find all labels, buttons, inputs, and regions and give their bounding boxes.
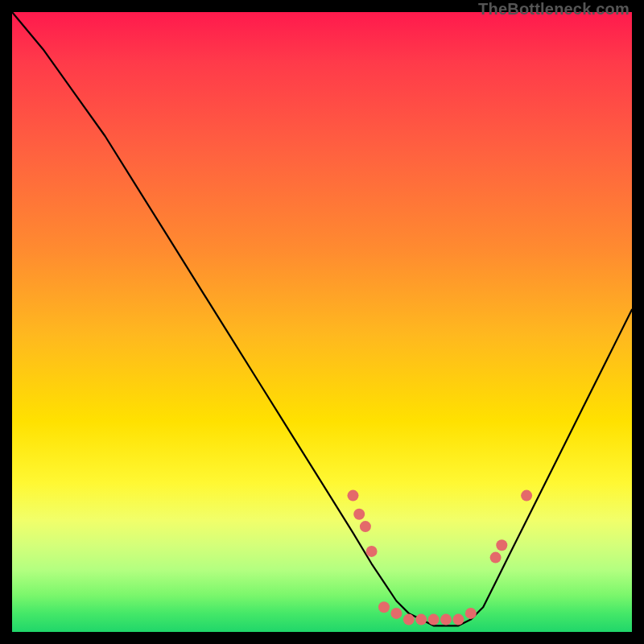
curve-marker bbox=[353, 509, 365, 520]
curve-marker bbox=[378, 601, 390, 613]
curve-layer bbox=[12, 12, 632, 632]
watermark-text: TheBottleneck.com bbox=[478, 0, 630, 19]
curve-marker bbox=[490, 552, 502, 564]
curve-marker bbox=[452, 614, 464, 625]
curve-marker bbox=[348, 490, 359, 502]
chart-stage: TheBottleneck.com bbox=[0, 0, 644, 644]
bottleneck-curve bbox=[12, 12, 632, 625]
curve-marker bbox=[390, 608, 402, 619]
curve-marker bbox=[465, 608, 477, 619]
curve-marker bbox=[360, 521, 371, 532]
curve-marker bbox=[496, 539, 507, 551]
curve-marker bbox=[521, 490, 532, 502]
curve-marker bbox=[415, 614, 427, 625]
curve-markers bbox=[348, 490, 533, 625]
curve-marker bbox=[440, 614, 452, 625]
plot-area bbox=[12, 12, 632, 632]
curve-marker bbox=[428, 614, 440, 625]
curve-marker bbox=[366, 546, 378, 557]
curve-marker bbox=[403, 614, 415, 625]
